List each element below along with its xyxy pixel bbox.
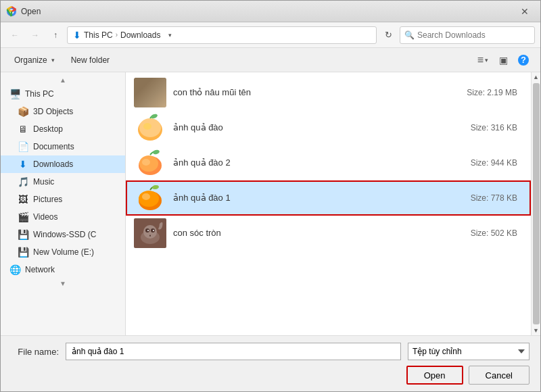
toolbar: Organize ▾ New folder ≡ ▾ ▣ ? — [1, 48, 540, 72]
file-size-con-tho: Size: 2.19 MB — [467, 88, 517, 97]
filename-input[interactable] — [66, 343, 401, 360]
sidebar-label-network: Network — [25, 265, 55, 274]
sidebar-item-videos[interactable]: 🎬 Videos — [1, 208, 125, 226]
nav-bar: ← → ↑ ⬇ This PC › Downloads ▾ ↻ 🔍 — [1, 22, 540, 48]
file-item-con-soc-tron[interactable]: con sóc tròn Size: 502 KB — [126, 216, 531, 251]
file-item-con-tho[interactable]: con thỏ nâu mũi tên Size: 2.19 MB — [126, 75, 531, 110]
sidebar-label-new-volume: New Volume (E:) — [33, 247, 94, 257]
sidebar-item-network[interactable]: 🌐 Network — [1, 261, 125, 278]
sidebar-item-this-pc[interactable]: 🖥️ This PC — [1, 85, 125, 103]
bottom-area: File name: Tệp tùy chỉnh Open Cancel — [1, 335, 540, 391]
pane-button[interactable]: ▣ — [494, 51, 512, 69]
sidebar-item-windows-ssd[interactable]: 💾 Windows-SSD (C — [1, 226, 125, 243]
breadcrumb-downloads-label: Downloads — [120, 30, 160, 40]
sidebar-label-3d-objects: 3D Objects — [33, 107, 73, 116]
view-list-icon: ≡ — [477, 54, 484, 66]
organize-arrow: ▾ — [51, 57, 55, 64]
close-button[interactable]: ✕ — [509, 1, 540, 22]
breadcrumb-downloads: Downloads ▾ — [120, 30, 175, 41]
file-thumb-anh-qua-dao-1 — [134, 183, 166, 213]
organize-button[interactable]: Organize ▾ — [9, 51, 60, 69]
sidebar-label-videos: Videos — [33, 212, 57, 222]
svg-point-19 — [147, 230, 149, 231]
open-dialog: Open ✕ ← → ↑ ⬇ This PC › Downloads ▾ ↻ � — [0, 0, 541, 392]
file-list-scrollbar[interactable]: ▲ ▼ — [531, 72, 540, 335]
sidebar-item-3d-objects[interactable]: 📦 3D Objects — [1, 103, 125, 120]
svg-point-8 — [142, 159, 150, 166]
network-icon: 🌐 — [9, 264, 21, 276]
sidebar-item-new-volume[interactable]: 💾 New Volume (E:) — [1, 243, 125, 261]
svg-point-4 — [143, 123, 151, 130]
breadcrumb-thispc-label: This PC — [84, 30, 113, 40]
sidebar-scroll-up[interactable]: ▲ — [1, 75, 125, 85]
sidebar-scroll-down[interactable]: ▼ — [1, 278, 125, 289]
new-folder-button[interactable]: New folder — [66, 51, 115, 69]
filetype-select[interactable]: Tệp tùy chỉnh — [408, 343, 530, 360]
sidebar-label-music: Music — [33, 177, 54, 187]
forward-button[interactable]: → — [26, 26, 44, 44]
pane-icon: ▣ — [499, 55, 508, 66]
search-input[interactable] — [417, 30, 530, 40]
search-icon: 🔍 — [404, 30, 415, 40]
windows-ssd-icon: 💾 — [17, 228, 29, 241]
sidebar-label-desktop: Desktop — [33, 124, 63, 134]
file-item-anh-qua-dao-2[interactable]: ảnh quả đào 2 Size: 944 KB — [126, 145, 531, 180]
sidebar-item-pictures[interactable]: 🖼 Pictures — [1, 191, 125, 208]
cancel-button[interactable]: Cancel — [469, 366, 530, 385]
documents-icon: 📄 — [17, 141, 29, 153]
title-bar: Open ✕ — [1, 1, 540, 22]
new-volume-icon: 💾 — [17, 246, 29, 258]
file-size-con-soc-tron: Size: 502 KB — [471, 228, 517, 238]
this-pc-icon: 🖥️ — [9, 88, 21, 100]
sidebar-item-documents[interactable]: 📄 Documents — [1, 138, 125, 155]
view-mode-button[interactable]: ≡ ▾ — [474, 51, 492, 69]
view-arrow: ▾ — [485, 57, 488, 64]
search-box: 🔍 — [400, 26, 535, 44]
file-thumb-anh-qua-dao-2 — [134, 148, 166, 178]
refresh-button[interactable]: ↻ — [379, 26, 397, 44]
sidebar-item-music[interactable]: 🎵 Music — [1, 173, 125, 191]
help-icon: ? — [518, 55, 529, 66]
sidebar-label-documents: Documents — [33, 142, 74, 151]
help-button[interactable]: ? — [515, 51, 532, 69]
action-row: Open Cancel — [11, 366, 530, 385]
sidebar-label-pictures: Pictures — [33, 195, 62, 204]
file-thumb-anh-qua-dao — [134, 113, 166, 143]
filename-label: File name: — [11, 347, 59, 357]
sidebar-item-downloads[interactable]: ⬇ Downloads — [1, 155, 125, 173]
chrome-icon — [6, 6, 17, 17]
file-size-anh-qua-dao: Size: 316 KB — [471, 123, 517, 132]
open-button[interactable]: Open — [406, 366, 463, 385]
file-thumb-con-soc-tron — [134, 218, 166, 248]
svg-point-13 — [152, 185, 160, 190]
scrollbar-thumb[interactable] — [533, 83, 540, 324]
file-list: con thỏ nâu mũi tên Size: 2.19 MB ảnh — [126, 72, 531, 335]
breadcrumb-chevron[interactable]: ▾ — [164, 30, 175, 41]
up-button[interactable]: ↑ — [47, 26, 64, 44]
address-bar: ⬇ This PC › Downloads ▾ — [67, 26, 377, 44]
scrollbar-up[interactable]: ▲ — [532, 72, 541, 82]
sidebar-label-downloads: Downloads — [33, 160, 73, 169]
breadcrumb-thispc: This PC › — [84, 30, 118, 40]
file-item-anh-qua-dao[interactable]: ảnh quả đào Size: 316 KB — [126, 110, 531, 145]
downloads-address-icon: ⬇ — [73, 30, 81, 41]
filename-row: File name: Tệp tùy chỉnh — [11, 343, 530, 360]
sidebar-label-windows-ssd: Windows-SSD (C — [33, 230, 96, 239]
toolbar-right: ≡ ▾ ▣ ? — [474, 51, 532, 69]
svg-point-12 — [142, 193, 150, 200]
scrollbar-down[interactable]: ▼ — [532, 326, 541, 335]
videos-icon: 🎬 — [17, 211, 29, 223]
file-size-anh-qua-dao-1: Size: 778 KB — [471, 193, 517, 203]
sidebar-item-desktop[interactable]: 🖥 Desktop — [1, 120, 125, 138]
downloads-icon: ⬇ — [17, 158, 29, 170]
file-item-anh-qua-dao-1[interactable]: ảnh quả đào 1 Size: 778 KB — [126, 180, 531, 216]
sidebar-label-this-pc: This PC — [25, 89, 54, 99]
3d-objects-icon: 📦 — [17, 105, 29, 118]
pictures-icon: 🖼 — [17, 193, 29, 205]
dialog-title: Open — [21, 7, 509, 16]
back-button[interactable]: ← — [6, 26, 24, 44]
file-thumb-con-tho — [134, 78, 166, 107]
breadcrumb-arrow: › — [116, 31, 118, 39]
desktop-icon: 🖥 — [17, 123, 29, 135]
sidebar: ▲ 🖥️ This PC 📦 3D Objects 🖥 Desktop 📄 Do… — [1, 72, 126, 335]
